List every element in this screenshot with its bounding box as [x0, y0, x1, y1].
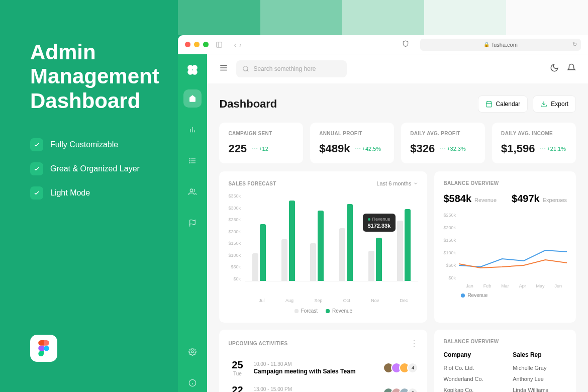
- overview-table-panel: BALANCE OVERVIEW Company Riot Co. Ltd. W…: [434, 330, 576, 392]
- nav-info[interactable]: [183, 374, 202, 392]
- svg-line-25: [247, 70, 249, 72]
- refresh-icon[interactable]: ↻: [572, 41, 577, 48]
- check-icon: [30, 138, 43, 151]
- svg-rect-26: [486, 102, 492, 107]
- check-icon: [30, 162, 43, 175]
- download-icon: [540, 101, 547, 108]
- stat-daily-avg-income: DAILY AVG. INCOME $1,596〰+21.1%: [492, 123, 576, 163]
- table-cell: Riot Co. Ltd.: [443, 362, 498, 373]
- topbar: Search something here: [207, 54, 588, 83]
- check-icon: [30, 186, 43, 200]
- nav-dashboard[interactable]: [183, 89, 202, 108]
- nav-analytics[interactable]: [183, 121, 202, 139]
- table-cell: Michelle Gray: [513, 362, 567, 373]
- export-button[interactable]: Export: [533, 95, 576, 113]
- browser-chrome: ‹ › 🔒fusha.com↻: [178, 35, 588, 54]
- calendar-icon: [485, 101, 493, 108]
- nav-list[interactable]: [183, 152, 202, 170]
- svg-point-5: [192, 69, 198, 75]
- figma-icon: [30, 335, 57, 362]
- trend-up-icon: 〰+12: [252, 146, 268, 152]
- svg-point-12: [189, 158, 190, 159]
- promo-feature: Light Mode: [30, 186, 178, 200]
- chevron-down-icon: [413, 181, 418, 186]
- search-icon: [242, 65, 249, 72]
- balance-overview-panel: BALANCE OVERVIEW $584kRevenue $497kExpen…: [434, 171, 576, 323]
- table-cell: Linda Williams: [513, 384, 567, 392]
- search-input[interactable]: Search something here: [236, 60, 347, 77]
- bell-icon: [567, 63, 576, 72]
- svg-point-13: [189, 160, 190, 161]
- calendar-button[interactable]: Calendar: [478, 95, 528, 113]
- svg-point-15: [190, 189, 193, 191]
- minimize-button[interactable]: [194, 42, 200, 47]
- nav-settings[interactable]: [183, 343, 202, 361]
- theme-toggle[interactable]: [550, 63, 559, 74]
- trend-up-icon: 〰+21.1%: [540, 146, 566, 152]
- stat-campaign-sent: CAMPAIGN SENT 225〰+12: [219, 123, 303, 163]
- stat-daily-avg-profit: DAILY AVG. PROFIT $326〰+32.3%: [401, 123, 485, 163]
- table-cell: Kopikap Co.: [443, 384, 498, 392]
- svg-point-24: [243, 66, 248, 71]
- line-chart: [459, 213, 567, 280]
- nav-users[interactable]: [183, 183, 202, 201]
- nav-flag[interactable]: [183, 214, 202, 232]
- range-select[interactable]: Last 6 months: [376, 180, 418, 186]
- stat-annual-profit: ANNUAL PROFIT $489k〰+42.5%: [310, 123, 394, 163]
- chart-tooltip: Revenue $172.33k: [363, 214, 396, 232]
- menu-toggle[interactable]: [219, 63, 228, 74]
- svg-point-14: [189, 162, 190, 163]
- app-logo[interactable]: [186, 63, 199, 76]
- back-button[interactable]: ‹: [234, 41, 236, 49]
- sales-forecast-panel: SALES FORECAST Last 6 months $350k$300k$…: [219, 171, 427, 323]
- privacy-shield-icon[interactable]: [402, 40, 409, 49]
- avatar-count: 5: [407, 387, 418, 392]
- page-title: Dashboard: [219, 97, 277, 111]
- close-button[interactable]: [185, 42, 190, 47]
- promo-feature: Great & Organized Layer: [30, 162, 178, 175]
- activity-item[interactable]: 22Tue 13.00 - 15.00 PMAdding new product…: [228, 380, 418, 392]
- notifications-button[interactable]: [567, 63, 576, 74]
- svg-rect-0: [217, 42, 222, 47]
- sidebar-toggle-icon[interactable]: [216, 41, 223, 48]
- trend-up-icon: 〰+42.5%: [355, 146, 381, 152]
- trend-up-icon: 〰+32.3%: [440, 146, 466, 152]
- promo-title: Admin Management Dashboard: [30, 40, 178, 113]
- upcoming-activities-panel: UPCOMING ACTIVITIES ⋮ 25Tue 10.00 - 11.3…: [219, 330, 427, 392]
- address-bar[interactable]: 🔒fusha.com↻: [420, 39, 581, 51]
- bar-chart: Revenue $172.33k: [245, 193, 418, 281]
- more-icon[interactable]: ⋮: [410, 339, 418, 348]
- avatar-count: 4: [407, 362, 418, 373]
- table-cell: Wonderland Co.: [443, 373, 498, 384]
- table-cell: Anthony Lee: [513, 373, 567, 384]
- forward-button[interactable]: ›: [239, 41, 242, 49]
- maximize-button[interactable]: [203, 42, 209, 47]
- promo-feature: Fully Customizable: [30, 138, 178, 151]
- sidebar: [178, 54, 207, 392]
- activity-item[interactable]: 25Tue 10.00 - 11.30 AMCampaign meeting w…: [228, 355, 418, 380]
- moon-icon: [550, 63, 559, 72]
- svg-point-17: [191, 351, 193, 353]
